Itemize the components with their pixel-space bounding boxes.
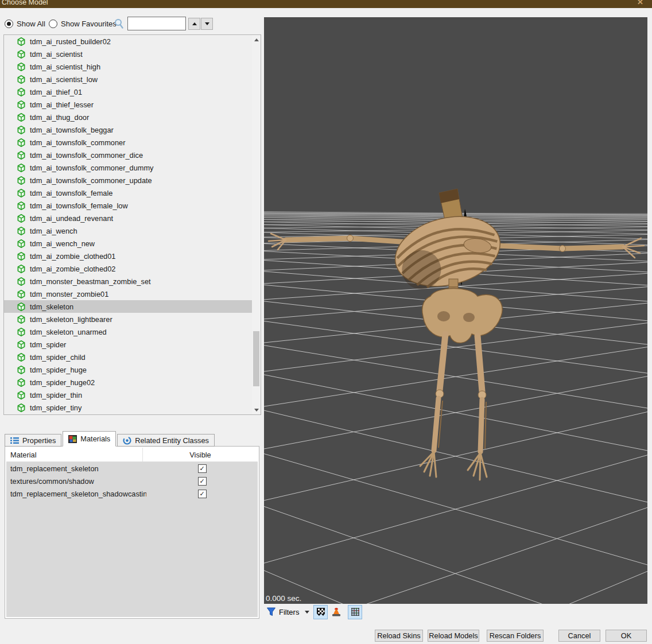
model-list[interactable]: tdm_ai_rusted_builder02tdm_ai_scientistt… [3,34,261,415]
radio-circle[interactable] [49,20,57,28]
scroll-up-button[interactable] [252,35,261,44]
show-grid-toggle-button[interactable] [348,605,362,619]
model-cube-icon [17,126,25,134]
title-bar[interactable]: Choose Model ✕ [0,0,652,8]
list-item[interactable]: tdm_ai_townsfolk_commoner [4,136,252,149]
list-item[interactable]: tdm_ai_rusted_builder02 [4,35,252,48]
list-item[interactable]: tdm_ai_wench [4,224,252,237]
list-item[interactable]: tdm_spider_thin [4,389,252,401]
list-item[interactable]: tdm_ai_townsfolk_female_low [4,199,252,212]
list-item[interactable]: tdm_spider_huge [4,363,252,376]
model-cube-icon [17,214,25,223]
column-header-visible[interactable]: Visible [143,448,258,461]
column-header-material[interactable]: Material [6,448,143,461]
filters-dropdown-button[interactable]: Filters [265,606,312,618]
list-item[interactable]: tdm_spider_child [4,351,252,363]
model-cube-icon [17,201,25,210]
list-item-label: tdm_ai_townsfolk_commoner_dummy [30,164,154,172]
list-item[interactable]: tdm_ai_wench_new [4,237,252,250]
show-all-label: Show All [17,20,45,28]
model-cube-icon [17,75,25,84]
ok-button[interactable]: OK [606,630,647,642]
list-item-label: tdm_skeleton_unarmed [30,328,107,336]
list-item-label: tdm_spider_huge02 [30,378,95,387]
render-time-label: 0.000 sec. [266,594,301,603]
list-item[interactable]: tdm_ai_scientist [4,48,252,60]
model-list-rows: tdm_ai_rusted_builder02tdm_ai_scientistt… [4,35,252,414]
materials-table-header[interactable]: Material Visible [6,448,258,462]
list-item-label: tdm_skeleton [30,302,73,311]
list-item[interactable]: tdm_ai_townsfolk_female [4,187,252,199]
model-cube-icon [17,189,25,197]
tab-properties[interactable]: Properties [5,434,61,447]
model-cube-icon [17,37,25,46]
model-cube-icon [17,100,25,109]
list-item[interactable]: tdm_monster_zombie01 [4,288,252,300]
list-item-label: tdm_ai_thief_lesser [30,100,94,109]
list-item[interactable]: tdm_ai_thief_lesser [4,98,252,111]
model-cube-icon [17,113,25,122]
list-item[interactable]: tdm_ai_zombie_clothed02 [4,262,252,275]
chevron-down-icon [254,409,259,412]
rescan-folders-button[interactable]: Rescan Folders [487,630,544,642]
show-model-toggle-button[interactable] [329,605,343,619]
visible-checkbox[interactable]: ✓ [198,477,207,486]
model-cube-icon [17,404,25,412]
model-cube-icon [17,277,25,286]
search-prev-button[interactable] [188,18,200,30]
list-item[interactable]: tdm_spider [4,338,252,351]
list-item[interactable]: tdm_spider_huge02 [4,376,252,389]
tab-materials[interactable]: Materials [63,431,116,447]
list-item[interactable]: tdm_skeleton_lightbearer [4,313,252,325]
visible-checkbox[interactable]: ✓ [198,464,207,473]
model-cube-icon [17,378,25,387]
model-list-scrollbar[interactable] [252,35,261,414]
list-item[interactable]: tdm_ai_zombie_clothed01 [4,250,252,262]
tab-properties-label: Properties [22,436,56,445]
list-item[interactable]: tdm_ai_townsfolk_beggar [4,123,252,136]
model-cube-icon [17,88,25,96]
down-arrow-icon [205,22,209,25]
material-row[interactable]: tdm_replacement_skeleton_shadowcasting✓ [6,487,258,500]
material-row[interactable]: textures/common/shadow✓ [6,475,258,487]
model-cube-icon [17,265,25,273]
reload-models-button[interactable]: Reload Models [428,630,479,642]
list-item[interactable]: tdm_ai_townsfolk_commoner_update [4,174,252,187]
list-item-label: tdm_spider_thin [30,391,82,399]
search-next-button[interactable] [201,18,213,30]
show-skins-toggle-button[interactable] [313,605,328,619]
cancel-button[interactable]: Cancel [558,630,600,642]
list-item[interactable]: tdm_ai_undead_revenant [4,212,252,224]
model-cube-icon [17,50,25,59]
model-preview-viewport[interactable]: 0.000 sec. [264,17,647,604]
list-item[interactable]: tdm_ai_townsfolk_commoner_dummy [4,161,252,174]
up-arrow-icon [192,22,197,25]
list-item-label: tdm_ai_townsfolk_commoner_dice [30,151,143,160]
list-item[interactable]: tdm_skeleton [4,300,252,313]
tab-related-entity-classes[interactable]: Related Entity Classes [117,434,215,447]
close-icon[interactable]: ✕ [637,0,643,6]
scroll-down-button[interactable] [252,405,261,414]
list-item[interactable]: tdm_ai_scientist_high [4,60,252,73]
list-item[interactable]: tdm_ai_thief_01 [4,86,252,98]
checkered-flag-icon [316,607,326,617]
scrollbar-thumb[interactable] [253,331,259,386]
list-item-label: tdm_ai_wench_new [30,239,95,248]
show-favourites-radio[interactable]: Show Favourites [49,20,117,28]
materials-panel: Material Visible tdm_replacement_skeleto… [5,446,259,619]
list-item[interactable]: tdm_ai_thug_door [4,111,252,123]
list-item[interactable]: tdm_ai_townsfolk_commoner_dice [4,149,252,161]
list-item[interactable]: tdm_spider_tiny [4,401,252,414]
tab-related-label: Related Entity Classes [135,436,209,445]
visible-checkbox[interactable]: ✓ [198,490,207,498]
show-all-radio[interactable]: Show All [5,20,45,28]
reload-skins-button[interactable]: Reload Skins [375,630,423,642]
list-item[interactable]: tdm_skeleton_unarmed [4,325,252,338]
list-item[interactable]: tdm_ai_scientist_low [4,73,252,86]
model-cube-icon [17,164,25,172]
material-row[interactable]: tdm_replacement_skeleton✓ [6,462,258,475]
list-item[interactable]: tdm_monster_beastman_zombie_set [4,275,252,288]
radio-circle[interactable] [5,20,13,28]
search-input[interactable] [127,17,186,30]
model-cube-icon [17,353,25,362]
